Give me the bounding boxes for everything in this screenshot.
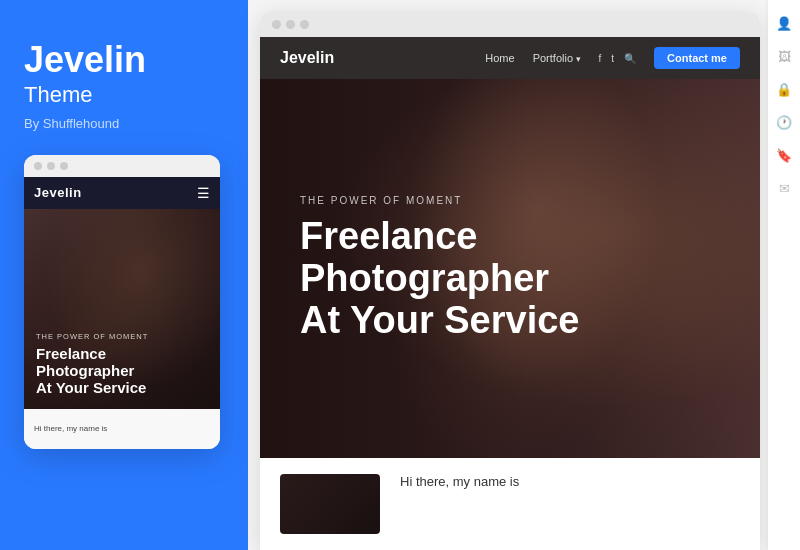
browser-dot-1 bbox=[272, 20, 281, 29]
nav-social-icons: f t 🔍 bbox=[599, 53, 637, 64]
theme-subtitle: Theme bbox=[24, 82, 224, 108]
hamburger-icon: ☰ bbox=[197, 185, 210, 201]
hero-content: THE POWER OF MOMENT Freelance Photograph… bbox=[300, 195, 720, 341]
below-fold-text: Hi there, my name is bbox=[400, 474, 519, 489]
mobile-hero-content: THE POWER OF MOMENT Freelance Photograph… bbox=[36, 332, 208, 397]
website-below-fold: Hi there, my name is bbox=[260, 458, 760, 550]
search-icon[interactable]: 🔍 bbox=[624, 53, 636, 64]
contact-button[interactable]: Contact me bbox=[654, 47, 740, 69]
mobile-dot-3 bbox=[60, 162, 68, 170]
mobile-preview-card: Jevelin ☰ THE POWER OF MOMENT Freelance … bbox=[24, 155, 220, 449]
mobile-dot-2 bbox=[47, 162, 55, 170]
nav-home-link[interactable]: Home bbox=[485, 52, 514, 64]
mobile-tagline: THE POWER OF MOMENT bbox=[36, 332, 208, 341]
clock-icon[interactable]: 🕐 bbox=[776, 115, 792, 130]
nav-portfolio-link[interactable]: Portfolio bbox=[533, 52, 581, 64]
mobile-below-fold: Hi there, my name is bbox=[24, 409, 220, 449]
twitter-icon[interactable]: t bbox=[611, 53, 614, 64]
hero-tagline: THE POWER OF MOMENT bbox=[300, 195, 720, 206]
person-icon[interactable]: 👤 bbox=[776, 16, 792, 31]
image-icon[interactable]: 🖼 bbox=[778, 49, 791, 64]
right-area: 👤 🖼 🔒 🕐 🔖 ✉ Jevelin Home Portfolio bbox=[248, 0, 800, 550]
below-fold-image bbox=[280, 474, 380, 534]
mobile-hero: THE POWER OF MOMENT Freelance Photograph… bbox=[24, 209, 220, 409]
website-nav-logo: Jevelin bbox=[280, 49, 334, 67]
website-nav: Jevelin Home Portfolio f t 🔍 Contact me bbox=[260, 37, 760, 79]
left-panel: Jevelin Theme By Shufflehound Jevelin ☰ … bbox=[0, 0, 248, 550]
desktop-browser-frame: Jevelin Home Portfolio f t 🔍 Contact me bbox=[260, 12, 760, 550]
browser-dot-2 bbox=[286, 20, 295, 29]
hero-headline: Freelance Photographer At Your Service bbox=[300, 216, 720, 341]
mobile-dot-1 bbox=[34, 162, 42, 170]
mobile-titlebar bbox=[24, 155, 220, 177]
theme-author: By Shufflehound bbox=[24, 116, 224, 131]
browser-dot-3 bbox=[300, 20, 309, 29]
website-content: Jevelin Home Portfolio f t 🔍 Contact me bbox=[260, 37, 760, 550]
mobile-nav: Jevelin ☰ bbox=[24, 177, 220, 209]
bookmark-icon[interactable]: 🔖 bbox=[776, 148, 792, 163]
facebook-icon[interactable]: f bbox=[599, 53, 602, 64]
website-nav-links: Home Portfolio f t 🔍 Contact me bbox=[485, 47, 740, 69]
mail-icon[interactable]: ✉ bbox=[779, 181, 790, 196]
mobile-nav-logo: Jevelin bbox=[34, 185, 82, 200]
lock-icon[interactable]: 🔒 bbox=[776, 82, 792, 97]
website-hero: THE POWER OF MOMENT Freelance Photograph… bbox=[260, 79, 760, 458]
mobile-below-text: Hi there, my name is bbox=[34, 424, 107, 433]
browser-titlebar bbox=[260, 12, 760, 37]
mobile-headline: Freelance Photographer At Your Service bbox=[36, 345, 208, 397]
right-sidebar: 👤 🖼 🔒 🕐 🔖 ✉ bbox=[768, 0, 800, 550]
theme-title: Jevelin bbox=[24, 40, 224, 80]
